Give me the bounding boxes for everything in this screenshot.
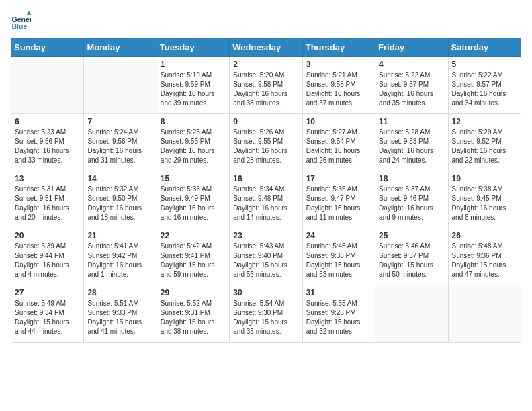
logo: General Blue bbox=[11, 11, 34, 31]
day-number: 10 bbox=[306, 117, 371, 126]
day-number: 9 bbox=[233, 117, 298, 126]
calendar-cell bbox=[11, 57, 84, 114]
day-info: Sunrise: 5:19 AMSunset: 9:59 PMDaylight:… bbox=[161, 71, 226, 108]
day-number: 13 bbox=[15, 174, 80, 183]
calendar-cell: 18Sunrise: 5:37 AMSunset: 9:46 PMDayligh… bbox=[375, 171, 448, 228]
calendar-cell: 19Sunrise: 5:38 AMSunset: 9:45 PMDayligh… bbox=[448, 171, 521, 228]
calendar-cell: 17Sunrise: 5:35 AMSunset: 9:47 PMDayligh… bbox=[302, 171, 375, 228]
day-info: Sunrise: 5:22 AMSunset: 9:57 PMDaylight:… bbox=[452, 71, 517, 108]
day-info: Sunrise: 5:22 AMSunset: 9:57 PMDaylight:… bbox=[379, 71, 444, 108]
day-number: 14 bbox=[87, 174, 152, 183]
svg-marker-2 bbox=[27, 11, 31, 15]
day-number: 16 bbox=[233, 174, 298, 183]
day-info: Sunrise: 5:51 AMSunset: 9:33 PMDaylight:… bbox=[87, 299, 152, 336]
day-header-monday: Monday bbox=[84, 38, 157, 57]
day-number: 6 bbox=[15, 117, 80, 126]
calendar-cell: 29Sunrise: 5:52 AMSunset: 9:31 PMDayligh… bbox=[157, 285, 229, 342]
day-number: 22 bbox=[161, 231, 226, 240]
day-info: Sunrise: 5:28 AMSunset: 9:53 PMDaylight:… bbox=[379, 128, 444, 165]
calendar-cell: 7Sunrise: 5:24 AMSunset: 9:56 PMDaylight… bbox=[84, 114, 157, 171]
calendar-cell: 9Sunrise: 5:26 AMSunset: 9:55 PMDaylight… bbox=[230, 114, 302, 171]
day-header-wednesday: Wednesday bbox=[230, 38, 302, 57]
day-number: 29 bbox=[161, 288, 226, 298]
calendar-cell bbox=[448, 285, 521, 342]
day-number: 17 bbox=[306, 174, 371, 183]
day-number: 18 bbox=[379, 174, 444, 183]
day-info: Sunrise: 5:46 AMSunset: 9:37 PMDaylight:… bbox=[379, 242, 444, 279]
svg-text:Blue: Blue bbox=[12, 22, 28, 30]
calendar-cell: 28Sunrise: 5:51 AMSunset: 9:33 PMDayligh… bbox=[84, 285, 157, 342]
logo-icon: General Blue bbox=[11, 11, 31, 31]
day-number: 19 bbox=[452, 174, 517, 183]
day-header-friday: Friday bbox=[375, 38, 448, 57]
calendar-cell: 10Sunrise: 5:27 AMSunset: 9:54 PMDayligh… bbox=[302, 114, 375, 171]
day-info: Sunrise: 5:38 AMSunset: 9:45 PMDaylight:… bbox=[452, 185, 517, 222]
calendar-cell: 24Sunrise: 5:45 AMSunset: 9:38 PMDayligh… bbox=[302, 228, 375, 285]
day-info: Sunrise: 5:33 AMSunset: 9:49 PMDaylight:… bbox=[161, 185, 226, 222]
calendar-cell: 4Sunrise: 5:22 AMSunset: 9:57 PMDaylight… bbox=[375, 57, 448, 114]
day-info: Sunrise: 5:43 AMSunset: 9:40 PMDaylight:… bbox=[233, 242, 298, 279]
day-header-tuesday: Tuesday bbox=[157, 38, 229, 57]
day-number: 27 bbox=[15, 288, 80, 298]
calendar-cell: 20Sunrise: 5:39 AMSunset: 9:44 PMDayligh… bbox=[11, 228, 84, 285]
page-header: General Blue bbox=[11, 11, 521, 31]
calendar-cell bbox=[84, 57, 157, 114]
day-info: Sunrise: 5:26 AMSunset: 9:55 PMDaylight:… bbox=[233, 128, 298, 165]
calendar-week-5: 27Sunrise: 5:49 AMSunset: 9:34 PMDayligh… bbox=[11, 285, 521, 342]
day-number: 24 bbox=[306, 231, 371, 240]
day-info: Sunrise: 5:48 AMSunset: 9:36 PMDaylight:… bbox=[452, 242, 517, 279]
day-header-sunday: Sunday bbox=[11, 38, 84, 57]
calendar-cell: 5Sunrise: 5:22 AMSunset: 9:57 PMDaylight… bbox=[448, 57, 521, 114]
day-number: 11 bbox=[379, 117, 444, 126]
calendar-cell: 31Sunrise: 5:55 AMSunset: 9:28 PMDayligh… bbox=[302, 285, 375, 342]
day-info: Sunrise: 5:31 AMSunset: 9:51 PMDaylight:… bbox=[15, 185, 80, 222]
day-info: Sunrise: 5:34 AMSunset: 9:48 PMDaylight:… bbox=[233, 185, 298, 222]
day-info: Sunrise: 5:23 AMSunset: 9:56 PMDaylight:… bbox=[15, 128, 80, 165]
day-number: 20 bbox=[15, 231, 80, 240]
calendar-cell: 14Sunrise: 5:32 AMSunset: 9:50 PMDayligh… bbox=[84, 171, 157, 228]
calendar-cell: 16Sunrise: 5:34 AMSunset: 9:48 PMDayligh… bbox=[230, 171, 302, 228]
day-info: Sunrise: 5:52 AMSunset: 9:31 PMDaylight:… bbox=[161, 299, 226, 336]
day-number: 15 bbox=[161, 174, 226, 183]
day-info: Sunrise: 5:25 AMSunset: 9:55 PMDaylight:… bbox=[161, 128, 226, 165]
calendar-table: SundayMondayTuesdayWednesdayThursdayFrid… bbox=[11, 38, 521, 342]
day-info: Sunrise: 5:21 AMSunset: 9:58 PMDaylight:… bbox=[306, 71, 371, 108]
day-number: 26 bbox=[452, 231, 517, 240]
day-info: Sunrise: 5:24 AMSunset: 9:56 PMDaylight:… bbox=[87, 128, 152, 165]
day-info: Sunrise: 5:54 AMSunset: 9:30 PMDaylight:… bbox=[233, 299, 298, 336]
day-info: Sunrise: 5:39 AMSunset: 9:44 PMDaylight:… bbox=[15, 242, 80, 279]
day-info: Sunrise: 5:29 AMSunset: 9:52 PMDaylight:… bbox=[452, 128, 517, 165]
day-info: Sunrise: 5:45 AMSunset: 9:38 PMDaylight:… bbox=[306, 242, 371, 279]
day-number: 8 bbox=[161, 117, 226, 126]
day-number: 31 bbox=[306, 288, 371, 298]
day-header-thursday: Thursday bbox=[302, 38, 375, 57]
day-info: Sunrise: 5:55 AMSunset: 9:28 PMDaylight:… bbox=[306, 299, 371, 336]
day-number: 3 bbox=[306, 60, 371, 69]
calendar-header-row: SundayMondayTuesdayWednesdayThursdayFrid… bbox=[11, 38, 521, 57]
day-header-saturday: Saturday bbox=[448, 38, 521, 57]
calendar-cell: 11Sunrise: 5:28 AMSunset: 9:53 PMDayligh… bbox=[375, 114, 448, 171]
day-info: Sunrise: 5:20 AMSunset: 9:58 PMDaylight:… bbox=[233, 71, 298, 108]
day-number: 21 bbox=[87, 231, 152, 240]
day-number: 7 bbox=[87, 117, 152, 126]
calendar-cell: 25Sunrise: 5:46 AMSunset: 9:37 PMDayligh… bbox=[375, 228, 448, 285]
calendar-cell: 15Sunrise: 5:33 AMSunset: 9:49 PMDayligh… bbox=[157, 171, 229, 228]
day-number: 30 bbox=[233, 288, 298, 298]
calendar-cell: 1Sunrise: 5:19 AMSunset: 9:59 PMDaylight… bbox=[157, 57, 229, 114]
calendar-cell: 21Sunrise: 5:41 AMSunset: 9:42 PMDayligh… bbox=[84, 228, 157, 285]
day-info: Sunrise: 5:27 AMSunset: 9:54 PMDaylight:… bbox=[306, 128, 371, 165]
day-number: 5 bbox=[452, 60, 517, 69]
calendar-cell: 12Sunrise: 5:29 AMSunset: 9:52 PMDayligh… bbox=[448, 114, 521, 171]
day-number: 25 bbox=[379, 231, 444, 240]
calendar-cell bbox=[375, 285, 448, 342]
calendar-week-1: 1Sunrise: 5:19 AMSunset: 9:59 PMDaylight… bbox=[11, 57, 521, 114]
calendar-cell: 26Sunrise: 5:48 AMSunset: 9:36 PMDayligh… bbox=[448, 228, 521, 285]
day-info: Sunrise: 5:35 AMSunset: 9:47 PMDaylight:… bbox=[306, 185, 371, 222]
day-info: Sunrise: 5:42 AMSunset: 9:41 PMDaylight:… bbox=[161, 242, 226, 279]
calendar-cell: 13Sunrise: 5:31 AMSunset: 9:51 PMDayligh… bbox=[11, 171, 84, 228]
calendar-cell: 27Sunrise: 5:49 AMSunset: 9:34 PMDayligh… bbox=[11, 285, 84, 342]
day-number: 2 bbox=[233, 60, 298, 69]
day-info: Sunrise: 5:49 AMSunset: 9:34 PMDaylight:… bbox=[15, 299, 80, 336]
calendar-week-4: 20Sunrise: 5:39 AMSunset: 9:44 PMDayligh… bbox=[11, 228, 521, 285]
day-info: Sunrise: 5:32 AMSunset: 9:50 PMDaylight:… bbox=[87, 185, 152, 222]
